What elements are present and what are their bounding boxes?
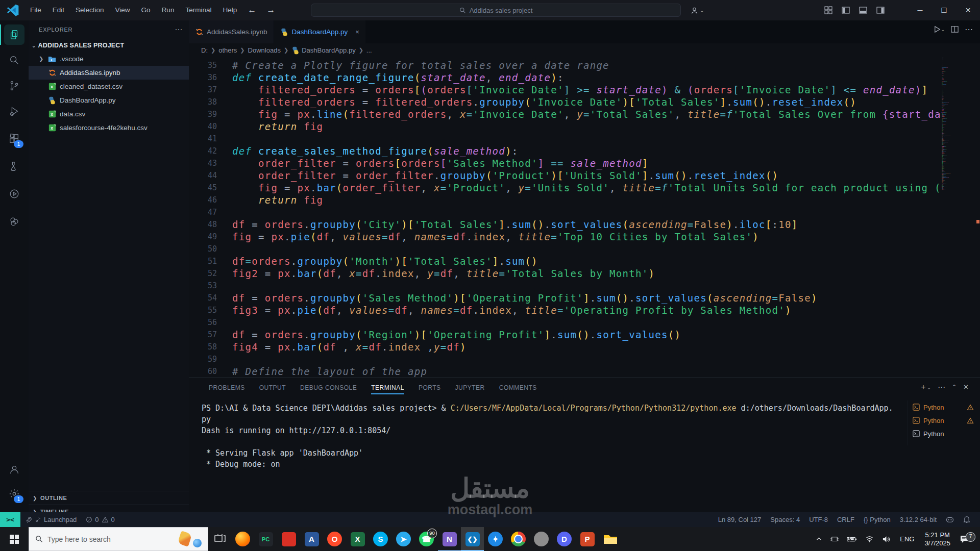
- maximize-button[interactable]: ☐: [932, 0, 956, 20]
- taskbar-app-red-app[interactable]: [277, 527, 300, 551]
- testing-icon[interactable]: [4, 156, 24, 177]
- code-line[interactable]: # Define the layout of the app: [232, 365, 942, 378]
- status-[interactable]: {} Python: [859, 512, 895, 527]
- code-lines[interactable]: # Create a Plotly figure for total sales…: [942, 132, 943, 190]
- code-line[interactable]: df=orders.groupby('Month')['Total Sales'…: [232, 255, 942, 267]
- terminal-instance[interactable]: Python: [908, 400, 980, 414]
- toggle-sidebar-icon[interactable]: [838, 3, 853, 18]
- code-line[interactable]: df = orders.groupby('Region')['Operating…: [232, 329, 942, 341]
- code-lines[interactable]: # Create a Plotly figure for total sales…: [232, 59, 942, 378]
- copilot-icon[interactable]: [941, 512, 959, 527]
- extensions-icon[interactable]: 1: [4, 129, 24, 149]
- file-data.csv[interactable]: xdata.csv: [29, 107, 189, 121]
- taskbar-app-vscode[interactable]: ❮❯: [461, 527, 484, 551]
- files-icon[interactable]: [4, 24, 24, 45]
- speaker-icon[interactable]: [878, 536, 895, 543]
- tab-AddidasSales.ipynb[interactable]: AddidasSales.ipynb: [189, 20, 274, 43]
- status-crlf[interactable]: CRLF: [832, 512, 859, 527]
- toggle-panel-icon[interactable]: [855, 3, 871, 18]
- breadcrumb-item[interactable]: D:: [201, 46, 208, 54]
- taskbar-app-file-explorer[interactable]: [599, 527, 622, 551]
- code-line[interactable]: fig = px.bar(order_filter, x='Product', …: [232, 182, 942, 194]
- line-number[interactable]: 55: [189, 304, 232, 316]
- panel-tab-comments[interactable]: COMMENTS: [492, 378, 544, 397]
- new-terminal-button[interactable]: ＋⌄: [919, 382, 931, 392]
- panel-tab-terminal[interactable]: TERMINAL: [364, 378, 411, 397]
- start-button[interactable]: [0, 527, 29, 551]
- breadcrumb-item[interactable]: ...: [366, 46, 372, 54]
- code-line[interactable]: filtered_orders = filtered_orders.groupb…: [942, 79, 943, 85]
- menu-terminal[interactable]: Terminal: [180, 0, 217, 20]
- line-number[interactable]: 56: [189, 316, 232, 329]
- code-line[interactable]: order_filter = orders[orders['Sales Meth…: [232, 157, 942, 169]
- project-section-header[interactable]: ⌄ ADDIDAS SALES PROJECT: [29, 39, 189, 52]
- line-numbers-gutter[interactable]: 3536373839404142434445464748495051525354…: [189, 59, 232, 378]
- panel-tab-problems[interactable]: PROBLEMS: [202, 378, 252, 397]
- code-line[interactable]: fig3 = px.pie(df, values=df, names=df.in…: [232, 304, 942, 316]
- account-icon[interactable]: [4, 459, 24, 480]
- launchpad-item[interactable]: Launchpad: [20, 512, 81, 527]
- close-tab-icon[interactable]: ×: [355, 28, 359, 36]
- layout-grid-icon[interactable]: [821, 3, 836, 18]
- rings-icon[interactable]: [4, 211, 24, 232]
- taskbar-app-powerpoint[interactable]: P: [576, 527, 599, 551]
- menu-help[interactable]: Help: [217, 0, 242, 20]
- code-line[interactable]: [232, 280, 942, 292]
- play-circle-icon[interactable]: [4, 184, 24, 204]
- panel-tab-output[interactable]: OUTPUT: [252, 378, 293, 397]
- taskbar-app-blue-a-app[interactable]: A: [300, 527, 323, 551]
- line-number[interactable]: 38: [189, 96, 232, 108]
- taskbar-app-skype[interactable]: S: [369, 527, 392, 551]
- search-icon[interactable]: [4, 50, 24, 70]
- breadcrumb-item[interactable]: DashBoardApp.py: [302, 46, 356, 54]
- line-number[interactable]: 60: [189, 365, 232, 378]
- taskbar-app-telegram[interactable]: ➤: [392, 527, 415, 551]
- code-line[interactable]: return fig: [232, 194, 942, 206]
- battery-icon[interactable]: [843, 536, 861, 542]
- menu-view[interactable]: View: [110, 0, 136, 20]
- code-line[interactable]: df = orders.groupby('City')['Total Sales…: [232, 218, 942, 231]
- line-number[interactable]: 53: [189, 280, 232, 292]
- tab-DashBoardApp.py[interactable]: DashBoardApp.py×: [274, 20, 366, 43]
- line-number[interactable]: 57: [189, 329, 232, 341]
- code-line[interactable]: # Create a Plotly figure for total sales…: [942, 57, 943, 66]
- command-center-search[interactable]: Addidas sales project: [311, 4, 681, 17]
- line-number[interactable]: 48: [189, 218, 232, 231]
- taskbar-app-task-view[interactable]: [208, 527, 231, 551]
- nav-forward-icon[interactable]: →: [261, 5, 280, 15]
- tray-chevron-up-icon[interactable]: [812, 536, 826, 542]
- terminal-output[interactable]: PS D:\AI & Data Science DEPI\Addidas sal…: [202, 403, 906, 470]
- line-number[interactable]: 35: [189, 59, 232, 71]
- source-control-icon[interactable]: [4, 76, 24, 96]
- code-line[interactable]: fig = px.pie(df, values=df, names=df.ind…: [232, 231, 942, 243]
- explorer-more-icon[interactable]: ⋯: [175, 25, 183, 34]
- nav-back-icon[interactable]: ←: [242, 5, 261, 15]
- line-number[interactable]: 47: [189, 206, 232, 218]
- line-number[interactable]: 44: [189, 169, 232, 182]
- taskbar-app-chrome[interactable]: [507, 527, 530, 551]
- taskbar-app-gimp[interactable]: [530, 527, 553, 551]
- code-line[interactable]: [232, 353, 942, 365]
- maximize-panel-icon[interactable]: ⌃: [952, 384, 957, 390]
- panel-tab-ports[interactable]: PORTS: [411, 378, 448, 397]
- file-cleaned_dataset.csv[interactable]: xcleaned_dataset.csv: [29, 80, 189, 93]
- status-ln[interactable]: Ln 89, Col 127: [714, 512, 766, 527]
- code-line[interactable]: # Create a Plotly figure for total sales…: [942, 132, 943, 140]
- line-number[interactable]: 37: [189, 84, 232, 96]
- close-button[interactable]: ✕: [956, 0, 980, 20]
- file-.vscode[interactable]: ❯.vscode: [29, 52, 189, 66]
- bell-icon[interactable]: [959, 512, 975, 527]
- code-line[interactable]: filtered_orders = filtered_orders.groupb…: [942, 153, 943, 160]
- run-button[interactable]: ⌄: [933, 26, 945, 33]
- language-indicator[interactable]: ENG: [895, 535, 919, 543]
- editor-scrollbar[interactable]: [976, 57, 980, 378]
- line-number[interactable]: 36: [189, 71, 232, 84]
- status-3122[interactable]: 3.12.2 64-bit: [895, 512, 941, 527]
- line-number[interactable]: 52: [189, 267, 232, 280]
- line-number[interactable]: 42: [189, 145, 232, 157]
- code-line[interactable]: [232, 316, 942, 329]
- code-line[interactable]: filtered_orders = orders[(orders['Invoic…: [942, 143, 943, 153]
- code-line[interactable]: fig2 = px.bar(df, x=df.index, y=df, titl…: [232, 267, 942, 280]
- code-line[interactable]: [232, 243, 942, 255]
- code-line[interactable]: filtered_orders = filtered_orders.groupb…: [232, 96, 942, 108]
